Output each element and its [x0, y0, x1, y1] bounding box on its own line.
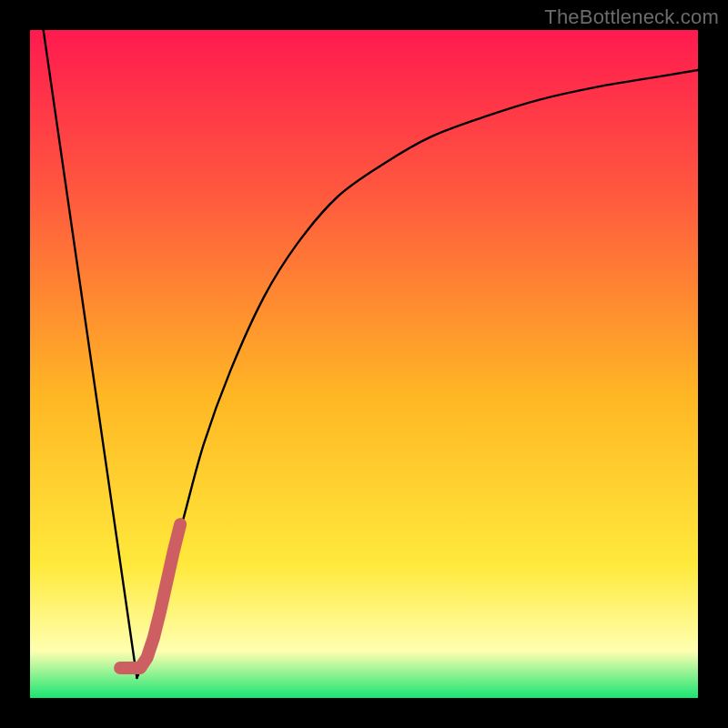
chart-svg — [30, 30, 698, 698]
watermark-text: TheBottleneck.com — [544, 5, 719, 29]
plot-area — [30, 30, 698, 698]
chart-frame: TheBottleneck.com — [0, 0, 728, 728]
gradient-background — [30, 30, 698, 698]
